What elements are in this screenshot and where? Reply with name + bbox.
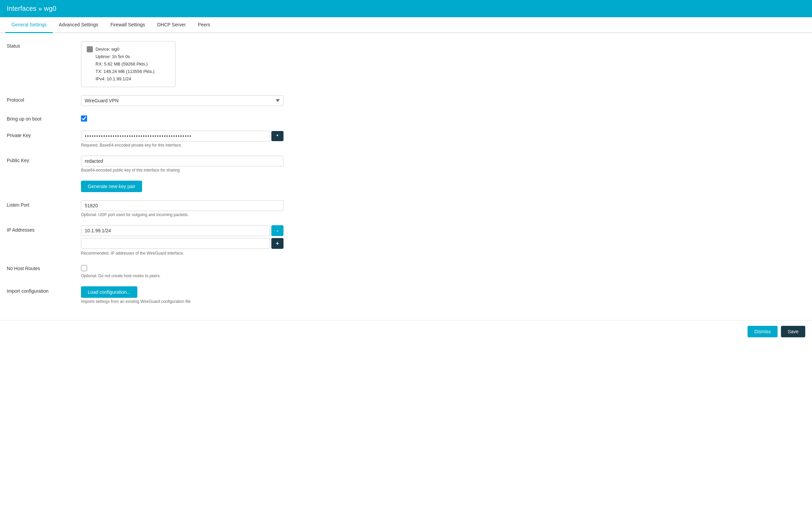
generate-key-spacer bbox=[7, 181, 74, 183]
public-key-row: Public Key Base64-encoded public key of … bbox=[7, 156, 805, 173]
ip-row-2: + bbox=[81, 238, 284, 249]
protocol-row: Protocol WireGuard VPN bbox=[7, 95, 805, 106]
generate-key-control: Generate new key pair bbox=[81, 181, 284, 192]
status-box: Device: wg0 Uptime: 1h 5m 0s RX: 5.62 MB… bbox=[81, 41, 175, 87]
private-key-label: Private Key bbox=[7, 130, 74, 138]
import-config-hint: Imports settings from an existing WireGu… bbox=[81, 299, 284, 304]
status-rx: RX: 5.62 MB (59268 Pkts.) bbox=[96, 60, 154, 68]
listen-port-control: Optional. UDP port used for outgoing and… bbox=[81, 200, 284, 217]
boot-checkbox[interactable] bbox=[81, 116, 87, 122]
status-tx: TX: 148.24 MB (113556 Pkts.) bbox=[96, 68, 154, 75]
private-key-input[interactable] bbox=[81, 130, 270, 141]
ip-address-remove-button-1[interactable]: - bbox=[271, 225, 284, 236]
ip-addresses-label: IP Addresses bbox=[7, 225, 74, 233]
boot-control bbox=[81, 114, 284, 123]
form-content: Status Device: wg0 Uptime: 1h 5m 0s RX: … bbox=[0, 33, 812, 320]
load-config-button[interactable]: Load configuration... bbox=[81, 286, 137, 298]
ip-addresses-hint: Recommended. IP addresses of the WireGua… bbox=[81, 251, 284, 256]
no-host-routes-control: Optional. Do not create host routes to p… bbox=[81, 264, 284, 278]
ip-row-1: - bbox=[81, 225, 284, 236]
status-ipv4: IPv4: 10.1.99.1/24 bbox=[96, 75, 154, 83]
status-icon bbox=[87, 46, 93, 52]
tab-peers[interactable]: Peers bbox=[192, 17, 216, 33]
page-header: Interfaces » wg0 bbox=[0, 0, 812, 17]
private-key-control: * Required. Base64-encoded private key f… bbox=[81, 130, 284, 147]
dismiss-button[interactable]: Dismiss bbox=[748, 326, 777, 337]
generate-key-row: Generate new key pair bbox=[7, 181, 805, 192]
status-uptime: Uptime: 1h 5m 0s bbox=[96, 53, 154, 60]
status-device-line: Device: wg0 Uptime: 1h 5m 0s RX: 5.62 MB… bbox=[87, 45, 170, 83]
private-key-row: Private Key * Required. Base64-encoded p… bbox=[7, 130, 805, 147]
ip-address-input-2[interactable] bbox=[81, 238, 270, 249]
tab-advanced-settings[interactable]: Advanced Settings bbox=[53, 17, 104, 33]
listen-port-hint: Optional. UDP port used for outgoing and… bbox=[81, 213, 284, 217]
status-label: Status bbox=[7, 41, 74, 48]
listen-port-label: Listen Port bbox=[7, 200, 74, 208]
public-key-hint: Base64-encoded public key of this interf… bbox=[81, 168, 284, 173]
footer: Dismiss Save bbox=[0, 320, 812, 343]
status-details: Device: wg0 Uptime: 1h 5m 0s RX: 5.62 MB… bbox=[96, 45, 154, 83]
ip-address-add-button[interactable]: + bbox=[271, 238, 284, 249]
no-host-routes-checkbox[interactable] bbox=[81, 265, 87, 271]
public-key-input[interactable] bbox=[81, 156, 284, 166]
protocol-label: Protocol bbox=[7, 95, 74, 103]
boot-label: Bring up on boot bbox=[7, 114, 74, 122]
status-control: Device: wg0 Uptime: 1h 5m 0s RX: 5.62 MB… bbox=[81, 41, 284, 87]
no-host-routes-label: No Host Routes bbox=[7, 264, 74, 271]
tab-general-settings[interactable]: General Settings bbox=[5, 17, 53, 33]
import-config-control: Load configuration... Imports settings f… bbox=[81, 286, 284, 304]
status-device: Device: wg0 bbox=[96, 45, 154, 53]
public-key-label: Public Key bbox=[7, 156, 74, 163]
ip-addresses-control: - + Recommended. IP addresses of the Wir… bbox=[81, 225, 284, 256]
listen-port-input[interactable] bbox=[81, 200, 284, 211]
status-row: Status Device: wg0 Uptime: 1h 5m 0s RX: … bbox=[7, 41, 805, 87]
no-host-routes-row: No Host Routes Optional. Do not create h… bbox=[7, 264, 805, 278]
tab-dhcp-server[interactable]: DHCP Server bbox=[151, 17, 192, 33]
listen-port-row: Listen Port Optional. UDP port used for … bbox=[7, 200, 805, 217]
generate-key-button[interactable]: Generate new key pair bbox=[81, 181, 142, 192]
protocol-control: WireGuard VPN bbox=[81, 95, 284, 106]
private-key-wrapper: * bbox=[81, 130, 284, 141]
private-key-hint: Required. Base64-encoded private key for… bbox=[81, 143, 284, 147]
save-button[interactable]: Save bbox=[781, 326, 805, 337]
tab-bar: General Settings Advanced Settings Firew… bbox=[0, 17, 812, 33]
import-config-row: Import configuration Load configuration.… bbox=[7, 286, 805, 304]
private-key-toggle-button[interactable]: * bbox=[271, 131, 284, 141]
ip-address-input-1[interactable] bbox=[81, 225, 270, 236]
ip-addresses-row: IP Addresses - + Recommended. IP address… bbox=[7, 225, 805, 256]
page-title: Interfaces » wg0 bbox=[7, 5, 56, 12]
tab-firewall-settings[interactable]: Firewall Settings bbox=[104, 17, 151, 33]
public-key-control: Base64-encoded public key of this interf… bbox=[81, 156, 284, 173]
protocol-select[interactable]: WireGuard VPN bbox=[81, 95, 284, 106]
import-config-label: Import configuration bbox=[7, 286, 74, 294]
boot-row: Bring up on boot bbox=[7, 114, 805, 123]
no-host-routes-hint: Optional. Do not create host routes to p… bbox=[81, 274, 284, 278]
